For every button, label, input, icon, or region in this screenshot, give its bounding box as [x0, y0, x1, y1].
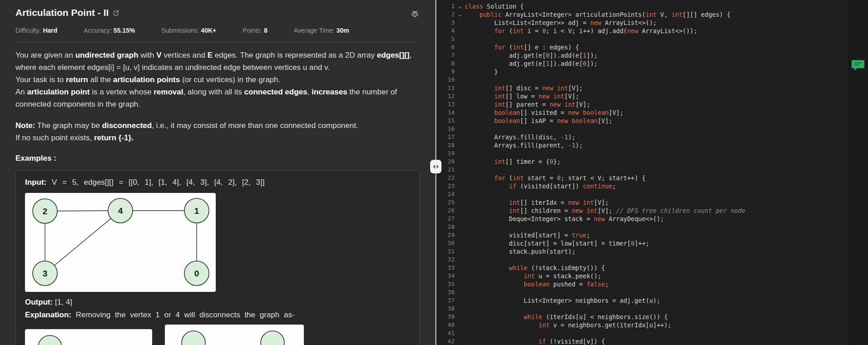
line-number: 8 — [436, 59, 455, 68]
fold-gutter — [455, 305, 465, 313]
code-line[interactable]: 42 if (!visited[v]) { — [436, 337, 868, 345]
line-number: 36 — [436, 288, 455, 296]
fold-gutter — [455, 84, 465, 92]
line-number: 39 — [436, 313, 455, 321]
code-line[interactable]: 13 int[] parent = new int[V]; — [436, 100, 868, 108]
line-number: 34 — [436, 272, 455, 280]
line-number: 33 — [436, 264, 455, 272]
code-line[interactable]: 24 — [436, 190, 868, 198]
problem-body: You are given an undirected graph with V… — [15, 49, 420, 144]
code-line[interactable]: 2⌄ public ArrayList<Integer> articulatio… — [436, 10, 868, 19]
meta-item: Points: 8 — [243, 27, 268, 34]
code-line[interactable]: 18 Arrays.fill(parent, -1); — [436, 141, 868, 149]
code-line[interactable]: 16 — [436, 125, 868, 133]
fold-gutter — [455, 19, 465, 27]
line-number: 2 — [436, 10, 455, 19]
code-text: adj.get(e[1]).add(e[0]); — [465, 59, 598, 68]
code-line[interactable]: 4 for (int i = 0; i < V; i++) adj.add(ne… — [436, 27, 868, 35]
fold-gutter — [455, 59, 465, 68]
code-line[interactable]: 38 — [436, 305, 868, 313]
fold-gutter — [455, 125, 465, 133]
code-line[interactable]: 25 int[] iterIdx = new int[V]; — [436, 198, 868, 207]
code-line[interactable]: 19 — [436, 149, 868, 158]
fold-gutter — [455, 231, 465, 239]
fold-gutter — [455, 264, 465, 272]
code-line[interactable]: 10 — [436, 76, 868, 84]
code-line[interactable]: 39 while (iterIdx[u] < neighbors.size())… — [436, 313, 868, 321]
code-line[interactable]: 1⌄class Solution { — [436, 2, 868, 10]
fold-gutter — [455, 174, 465, 182]
fold-chevron-icon[interactable]: ⌄ — [455, 2, 465, 10]
code-line[interactable]: 14 boolean[] visited = new boolean[V]; — [436, 108, 868, 117]
fold-gutter — [455, 51, 465, 59]
meta-item: Accuracy: 55.15% — [84, 27, 135, 34]
code-text: List<List<Integer>> adj = new ArrayList<… — [465, 19, 657, 27]
code-line[interactable]: 5 — [436, 35, 868, 43]
code-line[interactable]: 15 boolean[] isAP = new boolean[V]; — [436, 117, 868, 125]
code-line[interactable]: 41 — [436, 329, 868, 337]
code-line[interactable]: 32 — [436, 256, 868, 264]
code-line[interactable]: 23 if (visited[start]) continue; — [436, 182, 868, 190]
code-line[interactable]: 21 — [436, 166, 868, 174]
code-text: while (!stack.isEmpty()) { — [465, 264, 605, 272]
code-line[interactable]: 22 for (int start = 0; start < V; start+… — [436, 174, 868, 182]
code-line[interactable]: 33 while (!stack.isEmpty()) { — [436, 264, 868, 272]
code-lines[interactable]: 1⌄class Solution {2⌄ public ArrayList<In… — [436, 2, 868, 345]
external-link-icon[interactable] — [113, 10, 119, 16]
chat-bubble-icon — [851, 59, 865, 72]
report-bug-button[interactable] — [410, 9, 420, 20]
code-line[interactable]: 31 stack.push(start); — [436, 247, 868, 256]
code-text: Arrays.fill(parent, -1); — [465, 141, 583, 149]
code-line[interactable]: 26 int[] children = new int[V]; // DFS t… — [436, 207, 868, 215]
code-line[interactable]: 37 List<Integer> neighbors = adj.get(u); — [436, 296, 868, 305]
code-text: int[] iterIdx = new int[V]; — [465, 198, 609, 207]
code-line[interactable]: 8 adj.get(e[1]).add(e[0]); — [436, 59, 868, 68]
code-text: boolean[] visited = new boolean[V]; — [465, 108, 624, 117]
problem-panel: Articulation Point - II Difficulty: Hard… — [0, 0, 435, 345]
fold-gutter — [455, 190, 465, 198]
fold-gutter — [455, 108, 465, 117]
panel-resize-handle[interactable] — [430, 160, 441, 173]
code-line[interactable]: 17 Arrays.fill(disc, -1); — [436, 133, 868, 141]
code-line[interactable]: 28 — [436, 223, 868, 231]
line-number: 25 — [436, 198, 455, 207]
code-line[interactable]: 3 List<List<Integer>> adj = new ArrayLis… — [436, 19, 868, 27]
fold-gutter — [455, 43, 465, 51]
fold-gutter — [455, 296, 465, 305]
code-line[interactable]: 6 for (int[] e : edges) { — [436, 43, 868, 51]
code-text: for (int i = 0; i < V; i++) adj.add(new … — [465, 27, 697, 35]
graph-edge — [45, 211, 120, 273]
problem-title-text: Articulation Point - II — [15, 7, 109, 18]
code-line[interactable]: 11 int[] disc = new int[V]; — [436, 84, 868, 92]
line-number: 37 — [436, 296, 455, 305]
example-graph-image: 24130 — [25, 193, 216, 292]
fold-chevron-icon[interactable]: ⌄ — [455, 10, 465, 19]
partial-graph-image — [165, 325, 304, 345]
code-line[interactable]: 27 Deque<Integer> stack = new ArrayDeque… — [436, 215, 868, 223]
line-number: 12 — [436, 92, 455, 100]
code-line[interactable]: 29 visited[start] = true; — [436, 231, 868, 239]
code-line[interactable]: 35 boolean pushed = false; — [436, 280, 868, 288]
code-line[interactable]: 36 — [436, 288, 868, 296]
example-input: Input: V = 5, edges[][] = [[0, 1], [1, 4… — [25, 176, 410, 188]
code-editor-panel[interactable]: 1⌄class Solution {2⌄ public ArrayList<In… — [436, 0, 868, 345]
line-number: 41 — [436, 329, 455, 337]
code-line[interactable]: 9 } — [436, 68, 868, 76]
code-line[interactable]: 12 int[] low = new int[V]; — [436, 92, 868, 100]
assistant-chat-button[interactable] — [850, 58, 866, 74]
code-line[interactable]: 20 int[] timer = {0}; — [436, 158, 868, 166]
code-line[interactable]: 40 int v = neighbors.get(iterIdx[u]++); — [436, 321, 868, 329]
line-number: 19 — [436, 149, 455, 158]
code-text: Arrays.fill(disc, -1); — [465, 133, 575, 141]
partial-graph-image — [25, 329, 152, 345]
graph-node-label: 3 — [43, 269, 48, 278]
code-text: disc[start] = low[start] = timer[0]++; — [465, 239, 649, 247]
resize-arrows-icon — [432, 164, 439, 169]
line-number: 16 — [436, 125, 455, 133]
code-line[interactable]: 34 int u = stack.peek(); — [436, 272, 868, 280]
code-line[interactable]: 30 disc[start] = low[start] = timer[0]++… — [436, 239, 868, 247]
bug-icon — [410, 9, 420, 18]
fold-gutter — [455, 288, 465, 296]
line-number: 26 — [436, 207, 455, 215]
code-line[interactable]: 7 adj.get(e[0]).add(e[1]); — [436, 51, 868, 59]
